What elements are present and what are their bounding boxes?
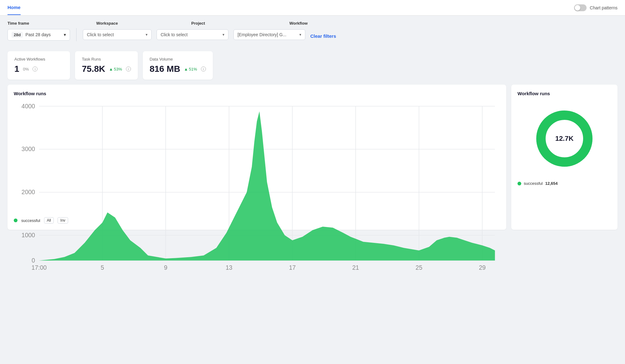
toggle-knob — [575, 5, 580, 11]
svg-text:5: 5 — [101, 264, 104, 271]
active-workflows-values: 1 0% i — [14, 64, 63, 74]
home-tab[interactable]: Home — [8, 5, 21, 15]
workspace-chevron-icon: ▾ — [146, 32, 148, 37]
chart-patterns-toggle: Chart patterns — [574, 4, 618, 11]
svg-text:29: 29 — [479, 264, 486, 271]
workspace-label: Workspace — [96, 21, 165, 26]
task-runs-pct: 53% — [114, 67, 122, 71]
donut-chart-title: Workflow runs — [518, 91, 611, 96]
active-workflows-value: 1 — [14, 64, 19, 74]
svg-text:17:00: 17:00 — [32, 264, 47, 271]
svg-text:1000: 1000 — [22, 232, 35, 239]
task-runs-info-icon[interactable]: i — [126, 66, 131, 71]
task-runs-values: 75.8K ▲ 53% i — [82, 64, 131, 74]
chart-patterns-label: Chart patterns — [590, 5, 618, 10]
chart-patterns-switch[interactable] — [574, 4, 587, 11]
active-workflows-change: 0% — [23, 67, 29, 71]
donut-legend-dot — [518, 182, 521, 185]
svg-text:17: 17 — [289, 264, 296, 271]
active-workflows-title: Active Workflows — [14, 57, 63, 61]
task-runs-change: ▲ 53% — [109, 67, 122, 71]
charts-row: Workflow runs — [0, 85, 625, 237]
svg-text:0: 0 — [32, 257, 35, 264]
workspace-dropdown[interactable]: Click to select ▾ — [83, 29, 152, 40]
active-workflows-info-icon[interactable]: i — [32, 66, 38, 71]
project-chevron-icon: ▾ — [222, 32, 224, 37]
workflow-runs-chart-card: Workflow runs — [8, 85, 506, 230]
data-volume-info-icon[interactable]: i — [201, 66, 206, 71]
timeframe-badge: 28d — [12, 32, 23, 38]
data-volume-values: 816 MB ▲ 51% i — [150, 64, 206, 74]
timeframe-dropdown[interactable]: 28d Past 28 days ▾ — [8, 29, 70, 41]
divider — [76, 28, 77, 41]
donut-center-value: 12.7K — [555, 135, 574, 142]
data-volume-arrow-icon: ▲ — [184, 67, 188, 71]
data-volume-title: Data Volume — [150, 57, 206, 61]
task-runs-value: 75.8K — [82, 64, 105, 74]
project-placeholder: Click to select — [161, 32, 188, 37]
workflow-runs-svg: 4000 3000 2000 1000 0 17:00 5 9 13 17 21 — [14, 101, 500, 273]
data-volume-value: 816 MB — [150, 64, 180, 74]
clear-filters-button[interactable]: Clear filters — [310, 31, 336, 41]
workflow-label: Workflow — [289, 21, 361, 26]
active-workflows-card: Active Workflows 1 0% i — [8, 51, 70, 80]
workspace-placeholder: Click to select — [87, 32, 114, 37]
svg-text:21: 21 — [352, 264, 359, 271]
svg-text:2000: 2000 — [22, 189, 35, 195]
donut-legend-value: 12,654 — [545, 181, 558, 186]
task-runs-card: Task Runs 75.8K ▲ 53% i — [75, 51, 138, 80]
filters-section: Time frame Workspace Project Workflow 28… — [0, 16, 625, 46]
svg-text:9: 9 — [164, 264, 168, 271]
svg-text:3000: 3000 — [22, 145, 35, 152]
task-runs-title: Task Runs — [82, 57, 131, 61]
project-dropdown[interactable]: Click to select ▾ — [157, 29, 228, 40]
donut-legend: successful 12,654 — [518, 181, 611, 186]
timeframe-chevron-icon: ▾ — [64, 32, 66, 37]
donut-legend-label: successful — [524, 181, 543, 186]
filter-labels-row: Time frame Workspace Project Workflow — [8, 21, 618, 26]
timeframe-value: Past 28 days — [25, 32, 51, 37]
timeframe-label: Time frame — [8, 21, 70, 26]
donut-container: 12.7K — [518, 101, 611, 176]
svg-text:25: 25 — [416, 264, 422, 271]
workflow-chevron-icon: ▾ — [299, 32, 301, 37]
app-header: Home Chart patterns — [0, 0, 625, 16]
data-volume-change: ▲ 51% — [184, 67, 197, 71]
metrics-row: Active Workflows 1 0% i Task Runs 75.8K … — [0, 46, 625, 85]
data-volume-pct: 51% — [189, 67, 197, 71]
workflow-value: [Employee Directory] G... — [238, 32, 286, 37]
task-runs-arrow-icon: ▲ — [109, 67, 113, 71]
workflow-dropdown[interactable]: [Employee Directory] G... ▾ — [233, 29, 305, 40]
chart-area-fill — [39, 111, 495, 260]
data-volume-card: Data Volume 816 MB ▲ 51% i — [143, 51, 213, 80]
workflow-runs-chart-area: 4000 3000 2000 1000 0 17:00 5 9 13 17 21 — [14, 101, 500, 214]
workflow-runs-chart-title: Workflow runs — [14, 91, 500, 96]
project-label: Project — [191, 21, 263, 26]
svg-text:4000: 4000 — [22, 103, 35, 110]
svg-text:13: 13 — [226, 264, 232, 271]
donut-chart-card: Workflow runs 12.7K successfu — [511, 85, 618, 230]
